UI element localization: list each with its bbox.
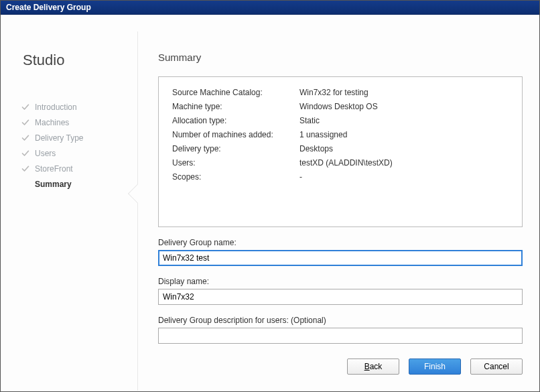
wizard-step-label: Machines (35, 118, 69, 127)
summary-row: Number of machines added:1 unassigned (172, 130, 509, 139)
summary-label: Machine type: (172, 102, 299, 111)
wizard-step-users[interactable]: Users (21, 149, 131, 158)
content: Studio IntroductionMachinesDelivery Type… (1, 15, 539, 391)
summary-value: 1 unassigned (299, 130, 509, 139)
wizard-step-summary[interactable]: Summary (21, 180, 131, 189)
summary-label: Source Machine Catalog: (172, 88, 299, 97)
cancel-button[interactable]: Cancel (470, 358, 523, 375)
finish-button[interactable]: Finish (409, 358, 461, 375)
wizard-step-machines[interactable]: Machines (21, 118, 131, 127)
summary-value: Static (299, 116, 509, 125)
wizard-step-storefront[interactable]: StoreFront (21, 164, 131, 174)
group-name-label: Delivery Group name: (158, 238, 523, 247)
sidebar: Studio IntroductionMachinesDelivery Type… (17, 31, 138, 391)
main-panel: Summary Source Machine Catalog:Win7x32 f… (138, 31, 523, 391)
page-title: Summary (158, 52, 523, 63)
sidebar-title: Studio (23, 52, 131, 69)
summary-row: Delivery type:Desktops (172, 144, 509, 153)
wizard-step-delivery-type[interactable]: Delivery Type (21, 133, 131, 143)
window-title: Create Delivery Group (6, 3, 91, 12)
summary-label: Users: (172, 158, 299, 168)
button-row: Back Finish Cancel (158, 344, 523, 387)
summary-row: Machine type:Windows Desktop OS (172, 102, 509, 111)
summary-value: Win7x32 for testing (299, 88, 509, 97)
description-input[interactable] (158, 328, 523, 344)
summary-value: Windows Desktop OS (299, 102, 509, 111)
summary-label: Number of machines added: (172, 130, 299, 139)
wizard-step-label: Introduction (35, 103, 77, 112)
summary-value: testXD (ALADDIN\testXD) (299, 158, 509, 168)
summary-label: Scopes: (172, 172, 299, 182)
wizard-step-introduction[interactable]: Introduction (21, 103, 131, 112)
summary-value: - (299, 172, 509, 182)
back-button[interactable]: Back (347, 358, 399, 375)
wizard-step-label: StoreFront (35, 164, 73, 174)
summary-label: Allocation type: (172, 116, 299, 125)
description-label: Delivery Group description for users: (O… (158, 316, 523, 325)
summary-value: Desktops (299, 144, 509, 153)
display-name-label: Display name: (158, 277, 523, 286)
wizard-step-label: Delivery Type (35, 133, 83, 143)
display-name-input[interactable] (158, 289, 523, 305)
wizard-step-label: Summary (35, 180, 72, 189)
summary-row: Scopes:- (172, 172, 509, 182)
titlebar: Create Delivery Group (1, 1, 539, 15)
summary-box: Source Machine Catalog:Win7x32 for testi… (158, 76, 523, 227)
summary-label: Delivery type: (172, 144, 299, 153)
summary-row: Allocation type:Static (172, 116, 509, 125)
wizard-steps: IntroductionMachinesDelivery TypeUsersSt… (17, 103, 131, 189)
group-name-input[interactable] (158, 250, 523, 266)
wizard-step-label: Users (35, 149, 56, 158)
summary-row: Users:testXD (ALADDIN\testXD) (172, 158, 509, 168)
summary-row: Source Machine Catalog:Win7x32 for testi… (172, 88, 509, 97)
